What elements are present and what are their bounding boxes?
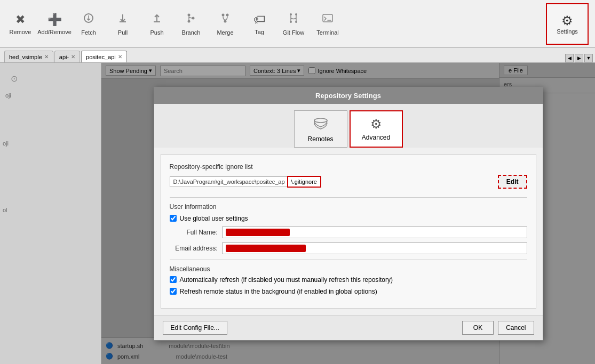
left-panel: ⊙ oji oji ol bbox=[0, 63, 101, 364]
tab-bar: hed_vsimple ✕ api- ✕ positec_api ✕ ◀ ▶ ▼ bbox=[0, 48, 595, 63]
dialog-title: Repository Settings bbox=[154, 87, 543, 104]
auto-refresh-label: Automatically refresh (if disabled you m… bbox=[180, 276, 393, 284]
ignore-path-display: D:\JavaProgram\git_workspace\positec_ap … bbox=[170, 176, 321, 187]
remote-status-label: Refresh remote status in the background … bbox=[180, 288, 377, 295]
email-input[interactable] bbox=[222, 242, 527, 254]
toolbar-merge[interactable]: Merge bbox=[209, 3, 241, 45]
edit-ignore-button[interactable]: Edit bbox=[498, 175, 527, 189]
use-global-label: Use global user settings bbox=[180, 215, 248, 222]
tab-nav-prev[interactable]: ◀ bbox=[565, 54, 574, 62]
svg-point-3 bbox=[188, 13, 191, 16]
toolbar-pull[interactable]: Pull bbox=[107, 3, 139, 45]
left-label-3: ol bbox=[3, 207, 7, 213]
push-icon bbox=[151, 12, 163, 27]
merge-label: Merge bbox=[217, 29, 233, 36]
cancel-button[interactable]: Cancel bbox=[498, 321, 534, 335]
pull-label: Pull bbox=[118, 29, 128, 36]
svg-rect-1 bbox=[120, 21, 126, 22]
ignore-section-label: Repository-specific ignore list bbox=[170, 163, 527, 171]
tab-nav-menu[interactable]: ▼ bbox=[584, 54, 593, 62]
section-divider-1 bbox=[170, 197, 527, 198]
tab-close-api[interactable]: ✕ bbox=[71, 54, 75, 60]
tab-navigation: ◀ ▶ ▼ bbox=[565, 54, 595, 62]
toolbar-push[interactable]: Push bbox=[141, 3, 173, 45]
advanced-icon: ⚙ bbox=[370, 117, 382, 132]
git-flow-icon bbox=[288, 12, 299, 27]
auto-refresh-checkbox[interactable] bbox=[170, 276, 177, 283]
terminal-icon bbox=[322, 12, 334, 27]
tab-remotes[interactable]: Remotes bbox=[294, 110, 347, 148]
tab-api[interactable]: api- ✕ bbox=[54, 51, 80, 62]
advanced-tab-label: Advanced bbox=[362, 134, 390, 141]
svg-point-4 bbox=[188, 20, 191, 22]
full-name-input[interactable] bbox=[222, 227, 527, 238]
add-remove-label: Add/Remove bbox=[37, 29, 72, 35]
tab-close-positec[interactable]: ✕ bbox=[118, 54, 122, 60]
tab-positec[interactable]: positec_api ✕ bbox=[81, 51, 127, 62]
settings-button[interactable]: ⚙ Settings bbox=[546, 3, 589, 45]
full-name-row: Full Name: bbox=[170, 227, 527, 238]
remove-label: Remove bbox=[10, 29, 31, 35]
tab-nav-next[interactable]: ▶ bbox=[575, 54, 583, 62]
ignore-path-row: D:\JavaProgram\git_workspace\positec_ap … bbox=[170, 175, 527, 189]
tag-icon: 🏷 bbox=[253, 13, 265, 27]
svg-rect-13 bbox=[323, 14, 332, 22]
loading-spinner: ⊙ bbox=[11, 74, 18, 84]
modal-overlay: Repository Settings Remotes ⚙ Advanced bbox=[101, 63, 595, 364]
remote-status-row: Refresh remote status in the background … bbox=[170, 288, 527, 295]
auto-refresh-row: Automatically refresh (if disabled you m… bbox=[170, 276, 527, 284]
ignore-file-name: \.gitignore bbox=[288, 177, 320, 187]
svg-point-12 bbox=[295, 21, 297, 23]
toolbar-remove[interactable]: ✖ Remove bbox=[4, 3, 36, 45]
toolbar-tag[interactable]: 🏷 Tag bbox=[243, 3, 275, 45]
toolbar: ✖ Remove ➕ Add/Remove Fetch Pull Push Br… bbox=[0, 0, 595, 48]
dialog-tabs: Remotes ⚙ Advanced bbox=[154, 104, 543, 148]
svg-point-10 bbox=[290, 21, 292, 23]
use-global-row: Use global user settings bbox=[170, 215, 527, 222]
toolbar-git-flow[interactable]: Git Flow bbox=[277, 3, 310, 45]
full-name-redacted bbox=[226, 229, 290, 236]
right-panel: Show Pending ▾ Context: 3 Lines ▾ Ignore… bbox=[101, 63, 595, 364]
remotes-tab-label: Remotes bbox=[307, 135, 333, 143]
dialog-footer: Edit Config File... OK Cancel bbox=[154, 315, 543, 340]
svg-point-8 bbox=[224, 20, 227, 22]
edit-config-button[interactable]: Edit Config File... bbox=[163, 321, 227, 335]
tab-label: hed_vsimple bbox=[9, 54, 42, 60]
dialog-body: Repository-specific ignore list D:\JavaP… bbox=[161, 154, 536, 309]
branch-icon bbox=[185, 12, 197, 27]
svg-point-6 bbox=[222, 13, 225, 16]
toolbar-terminal[interactable]: Terminal bbox=[312, 3, 344, 45]
toolbar-fetch[interactable]: Fetch bbox=[73, 3, 105, 45]
misc-label: Miscellaneous bbox=[170, 265, 527, 273]
merge-icon bbox=[219, 12, 231, 27]
remotes-icon bbox=[313, 115, 329, 133]
toolbar-add-remove[interactable]: ➕ Add/Remove bbox=[38, 3, 70, 45]
tab-close-hed[interactable]: ✕ bbox=[44, 54, 49, 60]
push-label: Push bbox=[150, 29, 163, 36]
git-flow-label: Git Flow bbox=[283, 29, 304, 36]
tab-label: positec_api bbox=[86, 54, 116, 60]
remote-status-checkbox[interactable] bbox=[170, 288, 177, 295]
branch-label: Branch bbox=[182, 29, 201, 36]
remove-icon: ✖ bbox=[15, 13, 25, 27]
fetch-label: Fetch bbox=[81, 29, 96, 36]
terminal-label: Terminal bbox=[316, 29, 339, 36]
svg-rect-2 bbox=[154, 21, 160, 22]
tab-hed-vsimple[interactable]: hed_vsimple ✕ bbox=[4, 51, 53, 62]
ok-button[interactable]: OK bbox=[462, 321, 494, 335]
main-area: ⊙ oji oji ol Show Pending ▾ Context: 3 L… bbox=[0, 63, 595, 364]
email-row: Email address: bbox=[170, 242, 527, 254]
tab-label: api- bbox=[59, 54, 69, 60]
tab-advanced[interactable]: ⚙ Advanced bbox=[350, 110, 403, 148]
user-info-label: User information bbox=[170, 203, 527, 211]
left-label-2: oji bbox=[3, 140, 9, 147]
use-global-checkbox[interactable] bbox=[170, 215, 177, 222]
toolbar-branch[interactable]: Branch bbox=[175, 3, 207, 45]
left-label-1: oji bbox=[5, 92, 11, 99]
repository-settings-dialog: Repository Settings Remotes ⚙ Advanced bbox=[154, 87, 543, 341]
add-remove-icon: ➕ bbox=[47, 13, 62, 27]
section-divider-2 bbox=[170, 260, 527, 260]
email-redacted bbox=[226, 245, 306, 252]
fetch-icon bbox=[83, 12, 94, 27]
svg-point-11 bbox=[295, 13, 297, 15]
